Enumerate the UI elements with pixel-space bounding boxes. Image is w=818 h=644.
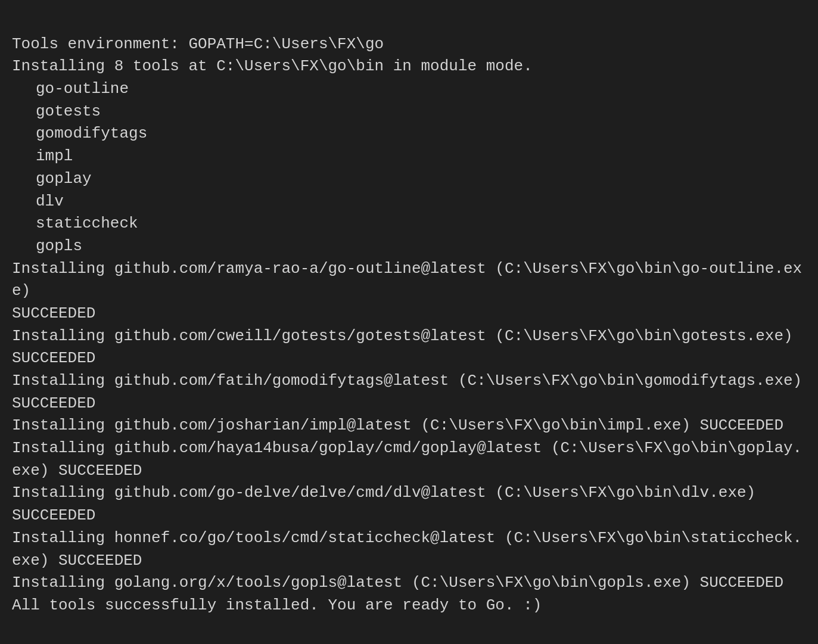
terminal-line: staticcheck xyxy=(12,213,806,235)
terminal-line: Installing github.com/fatih/gomodifytags… xyxy=(12,370,806,393)
terminal-line: gotests xyxy=(12,101,806,123)
terminal-line: SUCCEEDED xyxy=(12,393,806,415)
terminal-line: Installing golang.org/x/tools/gopls@late… xyxy=(12,572,806,595)
terminal-line: Installing 8 tools at C:\Users\FX\go\bin… xyxy=(12,55,806,78)
terminal-line: Installing github.com/go-delve/delve/cmd… xyxy=(12,482,806,505)
terminal-line: All tools successfully installed. You ar… xyxy=(12,595,806,617)
terminal-line: Installing github.com/ramya-rao-a/go-out… xyxy=(12,258,806,303)
terminal-line: SUCCEEDED xyxy=(12,505,806,527)
terminal-line: Installing github.com/josharian/impl@lat… xyxy=(12,415,806,437)
terminal-line: Tools environment: GOPATH=C:\Users\FX\go xyxy=(12,33,806,56)
terminal-line: impl xyxy=(12,145,806,168)
terminal-line: gomodifytags xyxy=(12,123,806,145)
terminal-line: goplay xyxy=(12,168,806,191)
terminal-line: SUCCEEDED xyxy=(12,347,806,370)
terminal-line: dlv xyxy=(12,191,806,213)
terminal-line: Installing github.com/haya14busa/goplay/… xyxy=(12,437,806,482)
terminal-line: SUCCEEDED xyxy=(12,303,806,325)
terminal-line: go-outline xyxy=(12,78,806,101)
terminal-line: Installing honnef.co/go/tools/cmd/static… xyxy=(12,527,806,572)
terminal-output: Tools environment: GOPATH=C:\Users\FX\go… xyxy=(12,11,806,617)
terminal-line: gopls xyxy=(12,235,806,258)
terminal-line: Installing github.com/cweill/gotests/got… xyxy=(12,325,806,348)
